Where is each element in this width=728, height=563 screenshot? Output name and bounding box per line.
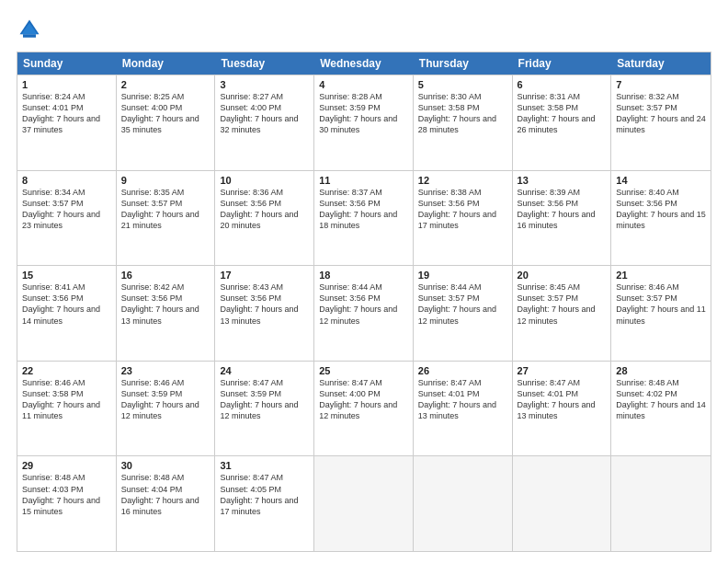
calendar-week-5: 29 Sunrise: 8:48 AM Sunset: 4:03 PM Dayl…: [17, 455, 711, 551]
day-number: 15: [22, 270, 111, 281]
sunset-line: Sunset: 3:57 PM: [121, 198, 210, 209]
calendar: SundayMondayTuesdayWednesdayThursdayFrid…: [17, 52, 711, 552]
day-cell-20: 20 Sunrise: 8:45 AM Sunset: 3:57 PM Dayl…: [513, 266, 612, 361]
sunset-line: Sunset: 4:02 PM: [616, 388, 706, 399]
day-number: 10: [220, 175, 309, 186]
sunrise-line: Sunrise: 8:48 AM: [121, 472, 210, 483]
empty-cell: [611, 456, 711, 551]
logo-icon: [17, 17, 42, 42]
sunset-line: Sunset: 3:59 PM: [220, 388, 309, 399]
calendar-body: 1 Sunrise: 8:24 AM Sunset: 4:01 PM Dayli…: [17, 75, 711, 551]
day-cell-14: 14 Sunrise: 8:40 AM Sunset: 3:56 PM Dayl…: [611, 171, 711, 266]
page: SundayMondayTuesdayWednesdayThursdayFrid…: [0, 0, 728, 563]
day-cell-3: 3 Sunrise: 8:27 AM Sunset: 4:00 PM Dayli…: [215, 75, 314, 170]
daylight-label: Daylight: 7 hours and 35 minutes: [121, 113, 210, 135]
sunset-line: Sunset: 3:57 PM: [518, 293, 607, 304]
sunrise-line: Sunrise: 8:47 AM: [220, 377, 309, 388]
daylight-label: Daylight: 7 hours and 11 minutes: [22, 399, 111, 421]
sunset-line: Sunset: 3:56 PM: [418, 198, 507, 209]
day-number: 1: [22, 79, 111, 90]
sunrise-line: Sunrise: 8:34 AM: [22, 187, 111, 198]
day-cell-18: 18 Sunrise: 8:44 AM Sunset: 3:56 PM Dayl…: [314, 266, 414, 361]
sunset-line: Sunset: 3:56 PM: [319, 198, 408, 209]
day-number: 22: [22, 365, 111, 376]
sunset-line: Sunset: 4:03 PM: [22, 484, 111, 495]
day-number: 24: [220, 365, 309, 376]
day-cell-4: 4 Sunrise: 8:28 AM Sunset: 3:59 PM Dayli…: [314, 75, 414, 170]
sunset-line: Sunset: 4:00 PM: [220, 102, 309, 113]
sunset-line: Sunset: 3:59 PM: [121, 388, 210, 399]
daylight-label: Daylight: 7 hours and 13 minutes: [220, 304, 309, 326]
daylight-label: Daylight: 7 hours and 28 minutes: [418, 113, 507, 135]
header-day-wednesday: Wednesday: [314, 52, 414, 75]
day-cell-1: 1 Sunrise: 8:24 AM Sunset: 4:01 PM Dayli…: [17, 75, 117, 170]
day-cell-24: 24 Sunrise: 8:47 AM Sunset: 3:59 PM Dayl…: [215, 362, 314, 456]
day-number: 8: [22, 175, 111, 186]
sunset-line: Sunset: 3:56 PM: [22, 293, 111, 304]
daylight-label: Daylight: 7 hours and 12 minutes: [518, 304, 607, 326]
sunset-line: Sunset: 3:56 PM: [121, 293, 210, 304]
day-number: 12: [418, 175, 507, 186]
sunset-line: Sunset: 4:05 PM: [220, 484, 309, 495]
sunrise-line: Sunrise: 8:47 AM: [418, 377, 507, 388]
daylight-label: Daylight: 7 hours and 21 minutes: [121, 209, 210, 231]
day-cell-10: 10 Sunrise: 8:36 AM Sunset: 3:56 PM Dayl…: [215, 171, 314, 266]
sunrise-line: Sunrise: 8:47 AM: [319, 377, 408, 388]
daylight-label: Daylight: 7 hours and 16 minutes: [121, 495, 210, 517]
daylight-label: Daylight: 7 hours and 12 minutes: [319, 304, 408, 326]
header-day-friday: Friday: [513, 52, 612, 75]
day-number: 18: [319, 270, 408, 281]
day-cell-5: 5 Sunrise: 8:30 AM Sunset: 3:58 PM Dayli…: [414, 75, 513, 170]
sunrise-line: Sunrise: 8:45 AM: [518, 282, 607, 293]
empty-cell: [314, 456, 414, 551]
daylight-label: Daylight: 7 hours and 30 minutes: [319, 113, 408, 135]
daylight-label: Daylight: 7 hours and 12 minutes: [319, 399, 408, 421]
day-number: 9: [121, 175, 210, 186]
day-number: 19: [418, 270, 507, 281]
sunset-line: Sunset: 4:00 PM: [121, 102, 210, 113]
sunset-line: Sunset: 3:57 PM: [22, 198, 111, 209]
daylight-label: Daylight: 7 hours and 18 minutes: [319, 209, 408, 231]
day-cell-2: 2 Sunrise: 8:25 AM Sunset: 4:00 PM Dayli…: [117, 75, 216, 170]
sunrise-line: Sunrise: 8:46 AM: [121, 377, 210, 388]
daylight-label: Daylight: 7 hours and 23 minutes: [22, 209, 111, 231]
day-cell-7: 7 Sunrise: 8:32 AM Sunset: 3:57 PM Dayli…: [611, 75, 711, 170]
day-number: 14: [616, 175, 706, 186]
day-cell-13: 13 Sunrise: 8:39 AM Sunset: 3:56 PM Dayl…: [513, 171, 612, 266]
day-number: 27: [518, 365, 607, 376]
sunrise-line: Sunrise: 8:47 AM: [220, 472, 309, 483]
day-number: 17: [220, 270, 309, 281]
calendar-week-1: 1 Sunrise: 8:24 AM Sunset: 4:01 PM Dayli…: [17, 75, 711, 170]
empty-cell: [513, 456, 612, 551]
day-number: 20: [518, 270, 607, 281]
day-cell-28: 28 Sunrise: 8:48 AM Sunset: 4:02 PM Dayl…: [611, 362, 711, 456]
sunset-line: Sunset: 3:57 PM: [616, 102, 706, 113]
sunset-line: Sunset: 3:56 PM: [616, 198, 706, 209]
day-cell-19: 19 Sunrise: 8:44 AM Sunset: 3:57 PM Dayl…: [414, 266, 513, 361]
daylight-label: Daylight: 7 hours and 15 minutes: [22, 495, 111, 517]
sunrise-line: Sunrise: 8:44 AM: [418, 282, 507, 293]
sunset-line: Sunset: 3:56 PM: [220, 198, 309, 209]
day-number: 2: [121, 79, 210, 90]
calendar-week-4: 22 Sunrise: 8:46 AM Sunset: 3:58 PM Dayl…: [17, 361, 711, 456]
day-number: 11: [319, 175, 408, 186]
day-cell-31: 31 Sunrise: 8:47 AM Sunset: 4:05 PM Dayl…: [215, 456, 314, 551]
sunrise-line: Sunrise: 8:42 AM: [121, 282, 210, 293]
sunrise-line: Sunrise: 8:36 AM: [220, 187, 309, 198]
sunrise-line: Sunrise: 8:43 AM: [220, 282, 309, 293]
sunrise-line: Sunrise: 8:44 AM: [319, 282, 408, 293]
daylight-label: Daylight: 7 hours and 11 minutes: [616, 304, 706, 326]
day-number: 6: [518, 79, 607, 90]
daylight-label: Daylight: 7 hours and 13 minutes: [418, 399, 507, 421]
sunrise-line: Sunrise: 8:37 AM: [319, 187, 408, 198]
day-number: 25: [319, 365, 408, 376]
sunset-line: Sunset: 3:58 PM: [518, 102, 607, 113]
sunrise-line: Sunrise: 8:48 AM: [616, 377, 706, 388]
day-number: 31: [220, 460, 309, 471]
sunrise-line: Sunrise: 8:41 AM: [22, 282, 111, 293]
day-number: 28: [616, 365, 706, 376]
daylight-label: Daylight: 7 hours and 37 minutes: [22, 113, 111, 135]
sunset-line: Sunset: 3:58 PM: [418, 102, 507, 113]
day-number: 16: [121, 270, 210, 281]
day-cell-25: 25 Sunrise: 8:47 AM Sunset: 4:00 PM Dayl…: [314, 362, 414, 456]
